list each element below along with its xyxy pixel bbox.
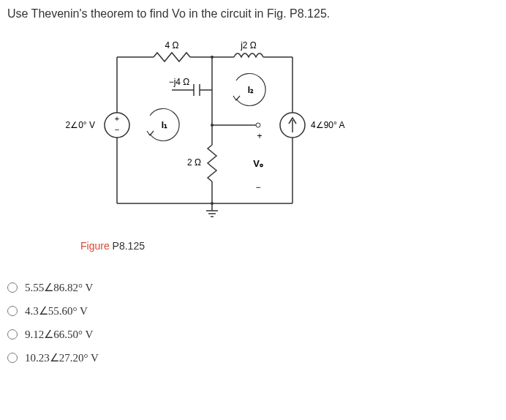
answer-options: 5.55∠86.82° V 4.3∠55.60° V 9.12∠66.50° V… — [7, 281, 499, 364]
option-radio[interactable] — [7, 282, 18, 293]
option-label: 10.23∠27.20° V — [25, 351, 99, 364]
option-radio[interactable] — [7, 353, 18, 363]
vo-label: Vₒ — [253, 158, 263, 169]
figure-label: Figure P8.125 — [80, 240, 499, 252]
i2-label: I₂ — [248, 85, 254, 95]
option-label: 5.55∠86.82° V — [25, 281, 93, 294]
option-row[interactable]: 9.12∠66.50° V — [7, 328, 499, 341]
circuit-diagram: 4 Ω j2 Ω + − 12∠0° V −j4 Ω — [66, 35, 358, 225]
figure-prefix: Figure — [80, 240, 113, 252]
figure-number: P8.125 — [113, 240, 145, 252]
c1-label: −j4 Ω — [169, 77, 190, 87]
svg-point-15 — [211, 56, 214, 59]
l1-label: j2 Ω — [240, 40, 257, 50]
vsource-label: 12∠0° V — [66, 120, 95, 130]
vsource-plus: + — [115, 114, 119, 123]
option-label: 9.12∠66.50° V — [25, 328, 93, 341]
option-label: 4.3∠55.60° V — [25, 304, 88, 318]
i1-label: I₁ — [162, 120, 167, 130]
r2-label: 2 Ω — [187, 157, 201, 168]
svg-point-18 — [256, 123, 260, 127]
option-row[interactable]: 5.55∠86.82° V — [7, 281, 499, 294]
option-radio[interactable] — [7, 306, 18, 316]
vo-plus: + — [257, 131, 262, 141]
vo-minus: − — [255, 182, 260, 192]
r1-label: 4 Ω — [165, 40, 179, 50]
question-text: Use Thevenin's theorem to find Vo in the… — [7, 7, 499, 20]
option-row[interactable]: 10.23∠27.20° V — [7, 351, 499, 364]
option-row[interactable]: 4.3∠55.60° V — [7, 304, 499, 318]
option-radio[interactable] — [7, 329, 18, 340]
circuit-svg: 4 Ω j2 Ω + − 12∠0° V −j4 Ω — [66, 35, 358, 225]
vsource-minus: − — [115, 125, 119, 134]
isource-label: 4∠90° A — [311, 120, 345, 130]
